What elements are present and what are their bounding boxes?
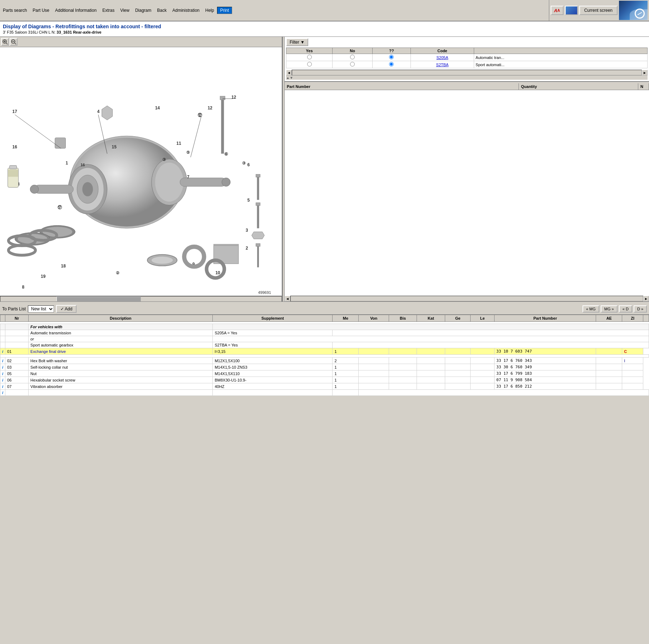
table-row[interactable]: i 02 Hex Bolt with washer M12X1,5X100 2 … [0,358,649,364]
svg-text:16: 16 [80,163,85,167]
resize-arrow-down: ▼ [290,76,293,80]
menu-view[interactable]: View [117,7,132,14]
col-desc-header: Description [29,315,213,322]
group-header-row: For vehicles with [0,324,649,330]
zoom-in-button[interactable] [1,38,9,46]
menu-back[interactable]: Back [154,7,169,14]
right-col-partnumber: Part Number [285,83,519,90]
table-row-partial[interactable]: i [0,390,649,396]
row1-von [359,358,389,364]
filter-row0-yes[interactable] [307,55,312,59]
info-icon-partial[interactable]: i [2,390,3,395]
info-icon-5[interactable]: i [2,384,3,389]
svg-text:6: 6 [247,162,250,167]
row-partial-info[interactable]: i [0,390,5,396]
filter-row0-desc: Automatic tran... [474,54,648,61]
row4-supplement: BM8X30-U1-10.9- [213,377,333,383]
subtitle-prefix: 3' F35 Saloon 316Li CHN L N: [3,30,55,34]
add-button[interactable]: ✓ Add [56,305,77,313]
row-partial-desc [29,390,213,396]
parts-right-scroll-left[interactable]: ◄ [285,296,290,301]
row0-info[interactable]: i [0,348,5,355]
right-col-n: N [638,83,649,90]
table-row[interactable]: i 05 Nut M14X1,5X110 1 33 17 6 799 183 [0,370,649,377]
filter-row0-code[interactable]: S205A [436,55,448,60]
svg-text:10: 10 [216,270,221,275]
row5-ge [445,383,471,390]
row5-desc: Vibration absorber [29,383,213,390]
row2-info[interactable]: i [0,364,5,370]
zoom-out-button[interactable] [10,38,18,46]
row5-le [471,383,495,390]
filter-scrollbar[interactable]: ◄ ► [286,70,648,75]
row5-info[interactable]: i [0,383,5,390]
menu-additional-info[interactable]: Additional Information [52,7,99,14]
col-scroll-header [643,315,649,322]
menu-extras[interactable]: Extras [99,7,117,14]
menu-administration[interactable]: Administration [169,7,202,14]
parts-right-scroll-right[interactable]: ► [643,296,649,301]
filter-row0-no[interactable] [350,55,355,59]
svg-text:2: 2 [246,246,248,251]
filter-row1-yes[interactable] [307,62,312,67]
parts-right-section: Part Number Quantity N ◄ ► [285,83,649,301]
info-icon-2[interactable]: i [2,365,3,369]
info-icon-3[interactable]: i [2,372,3,376]
d-prev-button[interactable]: « D [619,305,632,313]
aa-icon: A [554,8,557,13]
filter-col-yes: Yes [286,48,333,54]
mg-prev-button[interactable]: « MG [582,305,599,313]
svg-point-17 [30,185,39,193]
new-list-select[interactable]: New list [28,305,54,313]
col-bis-header: Bis [389,315,417,322]
filter-button[interactable]: Filter ▼ [286,38,308,46]
h-scrollbar-track[interactable] [0,296,282,302]
info-icon-4[interactable]: i [2,378,3,382]
info-icon-1[interactable]: i [2,359,3,363]
menu-help[interactable]: Help [202,7,217,14]
table-row[interactable]: i 06 Hexalobular socket screw BM8X30-U1-… [0,377,649,383]
row3-von [359,370,389,377]
row5-bis [389,383,417,390]
row3-info[interactable]: i [0,370,5,377]
row2-von [359,364,389,370]
auto-trans-nr [5,330,29,336]
col-nr-header: Nr [5,315,29,322]
or-nr [5,336,29,342]
row1-info[interactable]: i [0,358,5,364]
filter-row1-qq[interactable] [389,62,394,67]
col-partnumber-header: Part Number [495,315,596,322]
filter-row1-desc: Sport automati... [474,61,648,68]
menu-diagram[interactable]: Diagram [132,7,154,14]
row3-ae [596,370,622,377]
row4-info[interactable]: i [0,377,5,383]
table-row[interactable]: i 07 Vibration absorber 40HZ 1 33 17 6 8… [0,383,649,390]
aa-icon-button[interactable]: AA [551,6,564,15]
svg-text:⑫: ⑫ [198,113,202,118]
table-row[interactable]: i 03 Self-locking collar nut M14X1,5-10 … [0,364,649,370]
filter-scroll-right[interactable]: ► [642,70,648,75]
parts-right-hscrollbar[interactable]: ◄ ► [285,296,649,301]
filter-row-1: S2TBA Sport automati... [286,61,648,68]
parts-table-container[interactable]: Nr Description Supplement Me Von Bis Kat… [0,315,649,396]
parts-right-scroll[interactable] [285,90,649,296]
row3-kat [417,370,445,377]
mg-next-button[interactable]: MG » [601,305,618,313]
diagram-hscrollbar[interactable] [0,296,282,301]
row1-desc: Hex Bolt with washer [29,358,213,364]
info-icon-0[interactable]: i [2,349,3,354]
menu-part-use[interactable]: Part Use [30,7,52,14]
svg-point-13 [82,182,93,196]
filter-row1-no[interactable] [350,62,355,67]
menu-parts-search[interactable]: Parts search [0,7,30,14]
row4-nr: 06 [5,377,29,383]
filter-row0-qq[interactable] [389,55,394,59]
filter-row1-code[interactable]: S2TBA [436,63,449,67]
filter-scroll-left[interactable]: ◄ [286,70,292,75]
d-next-button[interactable]: D » [634,305,647,313]
table-row[interactable]: i 01 Exchange final drive l=3,15 1 33 10… [0,348,649,355]
current-screen-button[interactable]: Current screen [579,6,618,15]
menu-print[interactable]: Print [217,7,232,14]
camera-icon-button[interactable] [565,6,578,15]
row0-ge [445,348,471,355]
